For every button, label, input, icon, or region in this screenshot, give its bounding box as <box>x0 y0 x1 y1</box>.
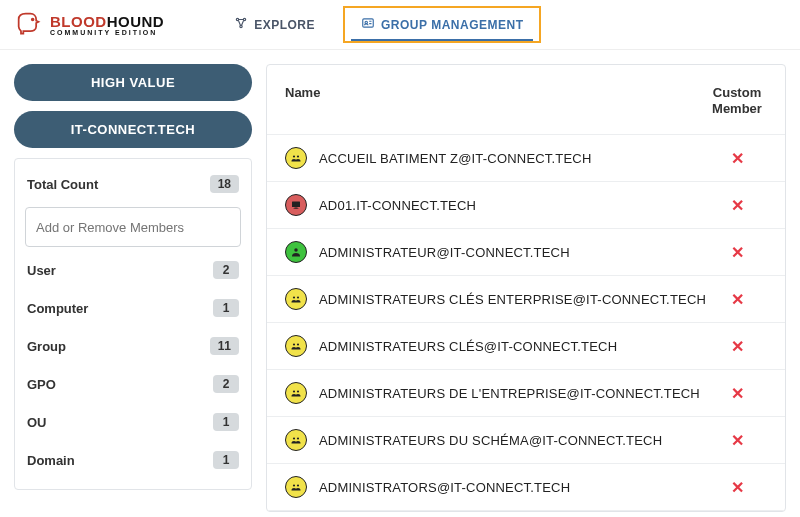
svg-point-12 <box>293 297 295 299</box>
member-search[interactable] <box>25 207 241 247</box>
svg-point-6 <box>293 156 295 158</box>
table-row[interactable]: ACCUEIL BATIMENT Z@IT-CONNECT.TECH✕ <box>267 135 785 182</box>
table-row[interactable]: ADMINISTRATEURS DE L'ENTREPRISE@IT-CONNE… <box>267 370 785 417</box>
svg-point-19 <box>297 438 299 440</box>
cell-name: ADMINISTRATORS@IT-CONNECT.TECH <box>285 476 707 498</box>
logo: BLOODHOUND COMMUNITY EDITION <box>14 9 164 41</box>
table-row[interactable]: ADMINISTRATEURS CLÉS ENTERPRISE@IT-CONNE… <box>267 276 785 323</box>
svg-point-7 <box>297 156 299 158</box>
remove-member-button[interactable]: ✕ <box>707 431 767 450</box>
remove-member-button[interactable]: ✕ <box>707 149 767 168</box>
remove-member-button[interactable]: ✕ <box>707 337 767 356</box>
tab-group-management[interactable]: GROUP MANAGEMENT <box>351 10 533 41</box>
highlight-group-management: GROUP MANAGEMENT <box>343 6 541 43</box>
remove-member-button[interactable]: ✕ <box>707 384 767 403</box>
cell-name: ADMINISTRATEURS DU SCHÉMA@IT-CONNECT.TEC… <box>285 429 707 451</box>
stat-label: Computer <box>27 301 88 316</box>
svg-rect-9 <box>295 208 298 209</box>
table-header: Name Custom Member <box>267 65 785 135</box>
stat-label: Domain <box>27 453 75 468</box>
member-name: ADMINISTRATEURS CLÉS ENTERPRISE@IT-CONNE… <box>319 292 706 307</box>
pill-high-value[interactable]: HIGH VALUE <box>14 64 252 101</box>
stats-panel: Total Count 18 User2Computer1Group11GPO2… <box>14 158 252 490</box>
pill-domain[interactable]: IT-CONNECT.TECH <box>14 111 252 148</box>
table-row[interactable]: ADMINISTRATEURS DU SCHÉMA@IT-CONNECT.TEC… <box>267 417 785 464</box>
cell-name: ADMINISTRATEUR@IT-CONNECT.TECH <box>285 241 707 263</box>
member-name: ADMINISTRATEUR@IT-CONNECT.TECH <box>319 245 570 260</box>
stat-row[interactable]: Group11 <box>23 327 243 365</box>
logo-subtitle: COMMUNITY EDITION <box>50 29 164 36</box>
member-name: ADMINISTRATEURS CLÉS@IT-CONNECT.TECH <box>319 339 617 354</box>
col-custom-member-header: Custom Member <box>707 85 767 116</box>
computer-icon <box>285 194 307 216</box>
group-icon <box>285 429 307 451</box>
svg-point-0 <box>32 18 34 20</box>
search-input[interactable] <box>36 220 230 235</box>
tab-explore[interactable]: EXPLORE <box>224 6 325 43</box>
members-table: Name Custom Member ACCUEIL BATIMENT Z@IT… <box>266 64 786 512</box>
stat-label: OU <box>27 415 47 430</box>
stat-row[interactable]: GPO2 <box>23 365 243 403</box>
table-row[interactable]: AD01.IT-CONNECT.TECH✕ <box>267 182 785 229</box>
stat-count: 2 <box>213 261 239 279</box>
nav-tabs: EXPLORE GROUP MANAGEMENT <box>224 6 541 43</box>
tab-group-management-label: GROUP MANAGEMENT <box>381 18 523 32</box>
sidebar: HIGH VALUE IT-CONNECT.TECH Total Count 1… <box>14 64 252 512</box>
user-icon <box>285 241 307 263</box>
stat-label: GPO <box>27 377 56 392</box>
stat-row[interactable]: User2 <box>23 251 243 289</box>
member-name: ACCUEIL BATIMENT Z@IT-CONNECT.TECH <box>319 151 592 166</box>
topbar: BLOODHOUND COMMUNITY EDITION EXPLORE <box>0 0 800 50</box>
remove-member-button[interactable]: ✕ <box>707 478 767 497</box>
cell-name: ACCUEIL BATIMENT Z@IT-CONNECT.TECH <box>285 147 707 169</box>
svg-point-14 <box>293 344 295 346</box>
col-name-header: Name <box>285 85 707 116</box>
stat-row[interactable]: Domain1 <box>23 441 243 479</box>
stat-total-count: 18 <box>210 175 239 193</box>
remove-member-button[interactable]: ✕ <box>707 290 767 309</box>
group-icon <box>285 382 307 404</box>
stat-count: 1 <box>213 413 239 431</box>
stat-label: Group <box>27 339 66 354</box>
svg-point-3 <box>240 25 242 27</box>
svg-point-15 <box>297 344 299 346</box>
cell-name: AD01.IT-CONNECT.TECH <box>285 194 707 216</box>
svg-point-21 <box>297 485 299 487</box>
remove-member-button[interactable]: ✕ <box>707 243 767 262</box>
tab-explore-label: EXPLORE <box>254 18 315 32</box>
logo-brand-a: BLOOD <box>50 13 107 30</box>
stat-total: Total Count 18 <box>23 165 243 203</box>
member-name: ADMINISTRATEURS DU SCHÉMA@IT-CONNECT.TEC… <box>319 433 662 448</box>
svg-point-20 <box>293 485 295 487</box>
svg-point-18 <box>293 438 295 440</box>
member-name: ADMINISTRATORS@IT-CONNECT.TECH <box>319 480 570 495</box>
stat-label: User <box>27 263 56 278</box>
logo-icon <box>14 9 42 41</box>
table-row[interactable]: ADMINISTRATEURS CLÉS@IT-CONNECT.TECH✕ <box>267 323 785 370</box>
table-body[interactable]: ACCUEIL BATIMENT Z@IT-CONNECT.TECH✕AD01.… <box>267 135 785 511</box>
table-row[interactable]: ADMINISTRATORS@IT-CONNECT.TECH✕ <box>267 464 785 511</box>
explore-icon <box>234 16 248 33</box>
svg-point-16 <box>293 391 295 393</box>
svg-point-1 <box>237 18 239 20</box>
svg-point-5 <box>365 21 367 23</box>
stat-row[interactable]: OU1 <box>23 403 243 441</box>
logo-brand-b: HOUND <box>107 13 165 30</box>
svg-point-11 <box>294 248 298 252</box>
stat-row[interactable]: Computer1 <box>23 289 243 327</box>
svg-point-17 <box>297 391 299 393</box>
cell-name: ADMINISTRATEURS DE L'ENTREPRISE@IT-CONNE… <box>285 382 707 404</box>
stat-count: 2 <box>213 375 239 393</box>
group-management-icon <box>361 16 375 33</box>
group-icon <box>285 476 307 498</box>
group-icon <box>285 288 307 310</box>
stat-count: 1 <box>213 451 239 469</box>
group-icon <box>285 147 307 169</box>
stat-count: 1 <box>213 299 239 317</box>
svg-point-2 <box>244 18 246 20</box>
remove-member-button[interactable]: ✕ <box>707 196 767 215</box>
svg-rect-10 <box>294 209 299 210</box>
svg-point-13 <box>297 297 299 299</box>
table-row[interactable]: ADMINISTRATEUR@IT-CONNECT.TECH✕ <box>267 229 785 276</box>
svg-rect-8 <box>292 202 300 208</box>
